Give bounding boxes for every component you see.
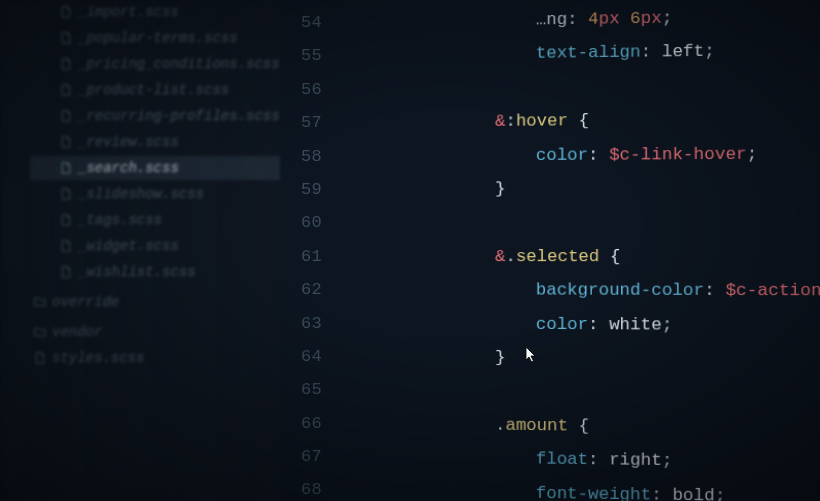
code-token — [600, 247, 611, 266]
file-tree-item[interactable]: _widget.scss — [30, 234, 280, 258]
file-tree-item[interactable]: _search.scss — [30, 156, 280, 180]
file-tree-item[interactable]: styles.scss — [30, 346, 280, 370]
tree-item-label: _product-list.scss — [78, 82, 229, 98]
code-token: px — [641, 8, 662, 28]
file-icon — [60, 214, 72, 226]
file-tree-item[interactable]: _pricing_conditions.scss — [30, 52, 280, 76]
code-line[interactable]: color: white; — [334, 307, 820, 343]
file-tree-item[interactable]: _import.scss — [30, 0, 280, 24]
file-icon — [60, 240, 72, 252]
code-token: px — [599, 9, 620, 29]
code-token: $c-action — [726, 281, 820, 301]
code-token: : — [588, 315, 609, 334]
line-number: 68 — [280, 473, 334, 501]
file-tree-item[interactable]: _slideshow.scss — [30, 182, 280, 206]
file-tree-item[interactable]: _recurring-profiles.scss — [30, 104, 280, 128]
code-line[interactable] — [334, 205, 820, 240]
line-number: 54 — [280, 6, 334, 39]
code-token: { — [610, 247, 621, 266]
tree-item-label: vendor — [52, 324, 102, 340]
code-line[interactable] — [334, 373, 820, 411]
code-token: : — [641, 43, 662, 63]
file-icon — [60, 266, 72, 278]
line-number: 55 — [280, 39, 334, 72]
code-token: …ng — [536, 10, 567, 30]
editor-code-area[interactable]: …ng: 4px 6px;text-align: left; &:hover {… — [334, 0, 820, 501]
code-token: float — [536, 450, 588, 470]
tree-item-label: styles.scss — [52, 350, 144, 366]
tree-item-label: _tags.scss — [78, 212, 162, 228]
file-tree-item[interactable]: _popular-terms.scss — [30, 26, 280, 50]
file-icon — [60, 58, 72, 70]
code-token: ; — [715, 486, 726, 501]
code-line[interactable]: &.selected { — [334, 240, 820, 274]
code-token: white — [609, 315, 662, 335]
code-line[interactable]: } — [334, 171, 820, 207]
code-line[interactable]: background-color: $c-action; — [334, 273, 820, 308]
file-icon — [60, 84, 72, 96]
file-tree-item[interactable]: _tags.scss — [30, 208, 280, 232]
code-line[interactable]: } — [334, 340, 820, 377]
code-token: } — [495, 348, 505, 367]
code-line[interactable]: color: $c-link-hover; — [334, 136, 820, 173]
code-token: } — [495, 179, 505, 198]
code-token — [568, 111, 578, 130]
line-number: 67 — [280, 440, 334, 473]
tree-item-label: _slideshow.scss — [78, 186, 204, 202]
tree-item-label: _popular-terms.scss — [78, 30, 238, 46]
tree-item-label: _pricing_conditions.scss — [78, 56, 280, 72]
file-icon — [60, 188, 72, 200]
tree-item-label: _recurring-profiles.scss — [78, 108, 280, 124]
code-token: hover — [516, 111, 568, 131]
line-number: 58 — [280, 140, 334, 173]
folder-icon — [34, 296, 46, 308]
tree-item-label: _search.scss — [78, 160, 179, 176]
folder-icon — [34, 326, 46, 338]
file-tree-item[interactable]: _review.scss — [30, 130, 280, 154]
code-token: : — [588, 145, 609, 164]
code-token: : — [588, 450, 609, 470]
code-token: { — [579, 111, 589, 130]
file-icon — [60, 162, 72, 174]
code-token: ; — [705, 42, 716, 62]
folder-tree-item[interactable]: override — [30, 290, 280, 314]
file-tree-item[interactable]: _wishlist.scss — [30, 260, 280, 284]
code-token: background-color — [536, 281, 704, 301]
file-tree-item[interactable]: _product-list.scss — [30, 78, 280, 102]
code-token: ; — [662, 451, 673, 470]
tree-item-label: override — [52, 294, 119, 310]
code-token: ; — [662, 315, 673, 334]
code-token: : — [568, 9, 589, 29]
folder-tree-item[interactable]: vendor — [30, 320, 280, 344]
code-token: ; — [747, 144, 758, 164]
file-explorer[interactable]: _import.scss_popular-terms.scss_pricing_… — [0, 0, 280, 501]
line-number: 60 — [280, 206, 334, 239]
code-token: & — [495, 247, 505, 266]
code-token: amount — [506, 416, 569, 436]
code-token: bold — [673, 485, 715, 501]
code-line[interactable]: .amount { — [334, 407, 820, 446]
code-token: ; — [662, 8, 673, 28]
code-token: right — [609, 450, 662, 470]
code-line[interactable] — [334, 68, 820, 107]
code-line[interactable]: text-align: left; — [334, 33, 820, 73]
code-line[interactable]: &:hover { — [334, 102, 820, 140]
code-token: : — [652, 485, 673, 501]
file-icon — [60, 110, 72, 122]
tree-item-label: _widget.scss — [78, 238, 179, 254]
code-token: { — [579, 416, 589, 435]
code-token: font-weight — [536, 483, 651, 501]
file-icon — [60, 32, 72, 44]
code-token: & — [495, 112, 505, 131]
code-token: selected — [516, 247, 600, 266]
tree-item-label: _import.scss — [78, 4, 179, 20]
line-number: 64 — [280, 340, 334, 373]
line-number-gutter: 54555657585960616263646566676869 — [280, 0, 334, 501]
line-number: 66 — [280, 407, 334, 440]
line-number: 65 — [280, 373, 334, 406]
line-number: 57 — [280, 106, 334, 139]
tree-item-label: _review.scss — [78, 134, 179, 150]
code-token: color — [536, 314, 588, 333]
code-token — [620, 9, 631, 28]
line-number: 61 — [280, 240, 334, 273]
